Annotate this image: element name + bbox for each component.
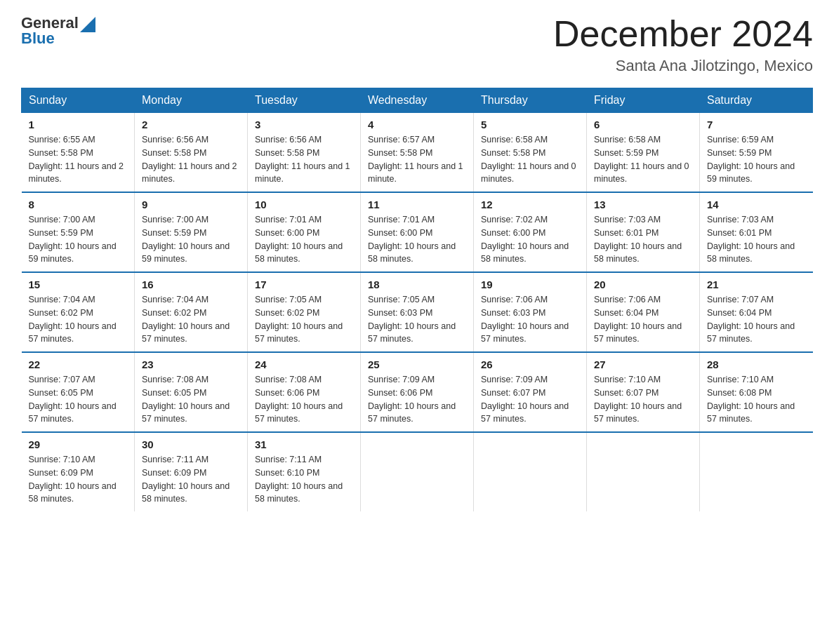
day-number: 14 [707, 199, 806, 210]
calendar-cell: 7 Sunrise: 6:59 AMSunset: 5:59 PMDayligh… [700, 113, 813, 193]
day-number: 18 [368, 279, 466, 290]
weekday-header-tuesday: Tuesday [248, 88, 361, 113]
calendar-cell: 3 Sunrise: 6:56 AMSunset: 5:58 PMDayligh… [248, 113, 361, 193]
day-info: Sunrise: 7:07 AMSunset: 6:04 PMDaylight:… [707, 293, 806, 346]
day-number: 24 [255, 358, 353, 370]
calendar-cell: 23 Sunrise: 7:08 AMSunset: 6:05 PMDaylig… [135, 352, 248, 432]
day-info: Sunrise: 7:10 AMSunset: 6:09 PMDaylight:… [29, 453, 128, 506]
day-info: Sunrise: 6:59 AMSunset: 5:59 PMDaylight:… [707, 133, 806, 186]
weekday-header-sunday: Sunday [22, 88, 135, 113]
weekday-header-monday: Monday [135, 88, 248, 113]
day-info: Sunrise: 7:03 AMSunset: 6:01 PMDaylight:… [594, 213, 692, 266]
day-info: Sunrise: 7:04 AMSunset: 6:02 PMDaylight:… [29, 293, 128, 346]
day-number: 19 [481, 279, 579, 290]
day-number: 8 [29, 199, 128, 210]
day-info: Sunrise: 6:56 AMSunset: 5:58 PMDaylight:… [142, 133, 240, 186]
day-info: Sunrise: 7:07 AMSunset: 6:05 PMDaylight:… [29, 373, 128, 426]
calendar-cell: 10 Sunrise: 7:01 AMSunset: 6:00 PMDaylig… [248, 192, 361, 272]
week-row-4: 22 Sunrise: 7:07 AMSunset: 6:05 PMDaylig… [22, 352, 813, 432]
day-info: Sunrise: 7:01 AMSunset: 6:00 PMDaylight:… [255, 213, 353, 266]
day-info: Sunrise: 6:57 AMSunset: 5:58 PMDaylight:… [368, 133, 466, 186]
calendar-cell: 6 Sunrise: 6:58 AMSunset: 5:59 PMDayligh… [587, 113, 700, 193]
calendar-cell: 28 Sunrise: 7:10 AMSunset: 6:08 PMDaylig… [700, 352, 813, 432]
day-number: 1 [29, 119, 128, 130]
day-number: 2 [142, 119, 240, 130]
calendar-table: SundayMondayTuesdayWednesdayThursdayFrid… [21, 88, 813, 511]
calendar-cell: 8 Sunrise: 7:00 AMSunset: 5:59 PMDayligh… [22, 192, 135, 272]
day-number: 20 [594, 279, 692, 290]
calendar-cell: 21 Sunrise: 7:07 AMSunset: 6:04 PMDaylig… [700, 272, 813, 352]
calendar-cell: 1 Sunrise: 6:55 AMSunset: 5:58 PMDayligh… [22, 113, 135, 193]
calendar-cell [361, 432, 474, 511]
day-info: Sunrise: 7:10 AMSunset: 6:07 PMDaylight:… [594, 373, 692, 426]
day-number: 31 [255, 438, 353, 450]
day-info: Sunrise: 6:56 AMSunset: 5:58 PMDaylight:… [255, 133, 353, 186]
day-number: 12 [481, 199, 579, 210]
calendar-cell: 18 Sunrise: 7:05 AMSunset: 6:03 PMDaylig… [361, 272, 474, 352]
day-info: Sunrise: 7:02 AMSunset: 6:00 PMDaylight:… [481, 213, 579, 266]
day-info: Sunrise: 7:05 AMSunset: 6:02 PMDaylight:… [255, 293, 353, 346]
day-number: 11 [368, 199, 466, 210]
calendar-cell [700, 432, 813, 511]
day-info: Sunrise: 7:08 AMSunset: 6:06 PMDaylight:… [255, 373, 353, 426]
calendar-cell: 19 Sunrise: 7:06 AMSunset: 6:03 PMDaylig… [474, 272, 587, 352]
day-number: 22 [29, 358, 128, 370]
calendar-cell: 16 Sunrise: 7:04 AMSunset: 6:02 PMDaylig… [135, 272, 248, 352]
day-number: 5 [481, 119, 579, 130]
day-info: Sunrise: 7:09 AMSunset: 6:06 PMDaylight:… [368, 373, 466, 426]
calendar-cell: 4 Sunrise: 6:57 AMSunset: 5:58 PMDayligh… [361, 113, 474, 193]
day-number: 6 [594, 119, 692, 130]
day-number: 15 [29, 279, 128, 290]
calendar-cell: 14 Sunrise: 7:03 AMSunset: 6:01 PMDaylig… [700, 192, 813, 272]
day-info: Sunrise: 7:11 AMSunset: 6:09 PMDaylight:… [142, 453, 240, 506]
title-block: December 2024 Santa Ana Jilotzingo, Mexi… [553, 14, 813, 75]
week-row-1: 1 Sunrise: 6:55 AMSunset: 5:58 PMDayligh… [22, 113, 813, 193]
page-header: General Blue December 2024 Santa Ana Jil… [21, 14, 813, 75]
day-info: Sunrise: 7:10 AMSunset: 6:08 PMDaylight:… [707, 373, 806, 426]
day-number: 28 [707, 358, 806, 370]
day-number: 10 [255, 199, 353, 210]
day-info: Sunrise: 7:01 AMSunset: 6:00 PMDaylight:… [368, 213, 466, 266]
day-number: 21 [707, 279, 806, 290]
day-number: 29 [29, 438, 128, 450]
calendar-title: December 2024 [553, 14, 813, 54]
logo-icon: General Blue [21, 14, 95, 48]
logo-triangle-icon [80, 17, 95, 32]
day-info: Sunrise: 7:06 AMSunset: 6:03 PMDaylight:… [481, 293, 579, 346]
week-row-3: 15 Sunrise: 7:04 AMSunset: 6:02 PMDaylig… [22, 272, 813, 352]
day-number: 7 [707, 119, 806, 130]
day-info: Sunrise: 7:00 AMSunset: 5:59 PMDaylight:… [29, 213, 128, 266]
calendar-subtitle: Santa Ana Jilotzingo, Mexico [553, 57, 813, 75]
calendar-cell: 2 Sunrise: 6:56 AMSunset: 5:58 PMDayligh… [135, 113, 248, 193]
day-info: Sunrise: 7:08 AMSunset: 6:05 PMDaylight:… [142, 373, 240, 426]
calendar-cell: 29 Sunrise: 7:10 AMSunset: 6:09 PMDaylig… [22, 432, 135, 511]
calendar-cell: 25 Sunrise: 7:09 AMSunset: 6:06 PMDaylig… [361, 352, 474, 432]
calendar-cell [474, 432, 587, 511]
calendar-cell: 5 Sunrise: 6:58 AMSunset: 5:58 PMDayligh… [474, 113, 587, 193]
day-info: Sunrise: 7:03 AMSunset: 6:01 PMDaylight:… [707, 213, 806, 266]
calendar-cell: 26 Sunrise: 7:09 AMSunset: 6:07 PMDaylig… [474, 352, 587, 432]
weekday-header-thursday: Thursday [474, 88, 587, 113]
calendar-cell: 27 Sunrise: 7:10 AMSunset: 6:07 PMDaylig… [587, 352, 700, 432]
weekday-header-row: SundayMondayTuesdayWednesdayThursdayFrid… [22, 88, 813, 113]
day-number: 23 [142, 358, 240, 370]
week-row-2: 8 Sunrise: 7:00 AMSunset: 5:59 PMDayligh… [22, 192, 813, 272]
day-number: 3 [255, 119, 353, 130]
day-info: Sunrise: 6:58 AMSunset: 5:58 PMDaylight:… [481, 133, 579, 186]
calendar-cell: 17 Sunrise: 7:05 AMSunset: 6:02 PMDaylig… [248, 272, 361, 352]
day-number: 30 [142, 438, 240, 450]
day-info: Sunrise: 7:05 AMSunset: 6:03 PMDaylight:… [368, 293, 466, 346]
day-number: 4 [368, 119, 466, 130]
day-number: 27 [594, 358, 692, 370]
logo: General Blue [21, 14, 95, 48]
day-info: Sunrise: 6:55 AMSunset: 5:58 PMDaylight:… [29, 133, 128, 186]
calendar-cell: 9 Sunrise: 7:00 AMSunset: 5:59 PMDayligh… [135, 192, 248, 272]
calendar-cell: 15 Sunrise: 7:04 AMSunset: 6:02 PMDaylig… [22, 272, 135, 352]
calendar-cell [587, 432, 700, 511]
week-row-5: 29 Sunrise: 7:10 AMSunset: 6:09 PMDaylig… [22, 432, 813, 511]
calendar-cell: 13 Sunrise: 7:03 AMSunset: 6:01 PMDaylig… [587, 192, 700, 272]
calendar-cell: 12 Sunrise: 7:02 AMSunset: 6:00 PMDaylig… [474, 192, 587, 272]
day-number: 13 [594, 199, 692, 210]
day-number: 16 [142, 279, 240, 290]
day-info: Sunrise: 7:09 AMSunset: 6:07 PMDaylight:… [481, 373, 579, 426]
